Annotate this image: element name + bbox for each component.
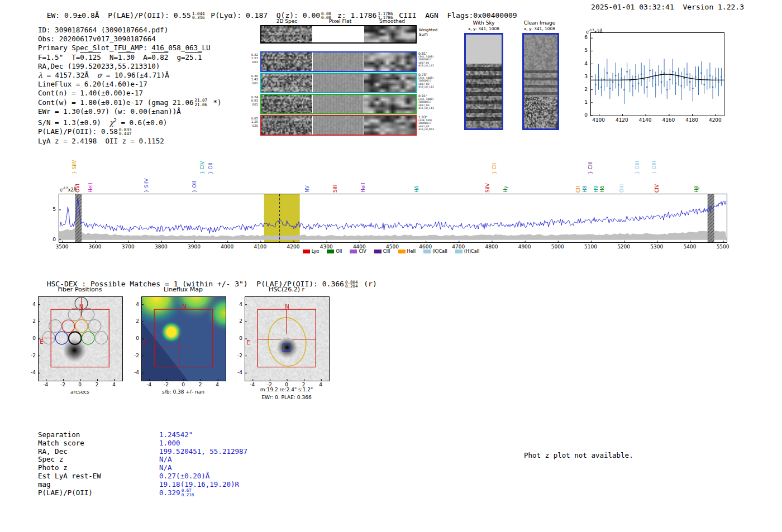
info-redshifts: LyA z = 2.4198 OII z = 0.1152 <box>38 137 222 146</box>
match-table: Separation1.24542" Match score1.000 RA, … <box>38 430 247 496</box>
match-plae-range: 0.670.218 <box>182 488 194 496</box>
match-value: 0.329 <box>159 488 180 497</box>
cutout-x-tick: 0 <box>78 382 82 387</box>
hsc-plae-range: 0.8040.204 <box>345 280 358 288</box>
match-label: Photo z <box>38 463 159 472</box>
zoom-y-tick: 0 <box>579 112 588 118</box>
emission-line-label: NV <box>304 185 310 193</box>
twod-fiber-row <box>260 51 417 72</box>
match-label: Match score <box>38 439 159 447</box>
zoom-y-tick: 4 <box>579 61 588 66</box>
info-sn: S/N = 1.3(±0.9) χ2 = 0.6(±0.0) <box>38 116 222 127</box>
match-value: 199.520451, 55.212987 <box>159 447 247 456</box>
fiber-positions-canvas <box>39 297 122 381</box>
frac-bottom: 0.218 <box>182 493 194 497</box>
weighted-sum-label: Weighted Sum <box>419 28 437 37</box>
legend-swatch <box>423 250 431 253</box>
noise-label: N= <box>101 53 118 61</box>
cont-w-suffix: *) <box>209 98 222 107</box>
match-label: mag <box>38 480 159 488</box>
lambda-value: = 4157.32Å <box>42 71 97 79</box>
legend-label: Lyα <box>312 249 320 254</box>
info-seeing: F=1.5" T=0.125 N=1.30 A=0.82 g=25.1 <box>38 53 222 62</box>
sigma-value: = 10.96(±4.71)Å <box>102 71 169 79</box>
cutout-x-tick: -4 <box>250 382 255 387</box>
cutout-x-tick: -4 <box>146 382 151 387</box>
cutout-y-tick: 4 <box>231 301 242 307</box>
gmag-value: 25.1 <box>185 53 202 61</box>
clean-image-title: Clean Image <box>518 20 561 26</box>
twod-col-title-spec: 2D Spec <box>260 18 313 24</box>
spectrum-ylabel: e-17x2Å <box>60 186 77 193</box>
clean-image-coords: x, y: 341, 1008 <box>518 26 561 31</box>
match-row-plae: P(LAE)/P(OII)0.3290.670.218 <box>38 488 247 497</box>
legend-swatch <box>398 250 406 253</box>
emission-line-label: } OII <box>192 181 197 193</box>
frac-bottom: 0.316 <box>192 16 205 20</box>
header-summary: EW: 0.9±0.8Å P(LAE)/P(OII): 0.551.0440.3… <box>38 3 517 20</box>
legend-label: CIV <box>359 249 366 254</box>
twod-summary-row <box>260 25 417 44</box>
legend-label: OII <box>336 249 342 254</box>
emission-line-label: HeII <box>88 183 93 193</box>
cutout-y-tick: 4 <box>128 301 139 307</box>
twod-left-value: 001 <box>249 82 258 85</box>
zoom-x-tick: 4160 <box>662 117 675 123</box>
twod-col-title-smoothed: Smoothed <box>366 18 418 24</box>
cutout-x-tick: -2 <box>164 382 169 387</box>
match-row-radec: RA, Dec199.520451, 55.212987 <box>38 447 247 456</box>
pixel-flat-image <box>313 116 364 135</box>
twod-left-value: 020 <box>249 124 258 127</box>
info-plae: P(LAE)/P(OII): 0.580.8330.447 <box>38 127 222 136</box>
twod-row-right-label: 1.83"(338, 939)20200617v017_02416_LU_093 <box>418 116 434 131</box>
spectrum-x-tick: 3600 <box>89 244 102 250</box>
header-ew: EW: 0.9±0.8Å <box>47 11 108 20</box>
match-label: Spec z <box>38 455 159 463</box>
match-label: RA, Dec <box>38 447 159 456</box>
spectrum-y-tick: 5 <box>47 207 56 212</box>
twod-spec-image <box>261 74 312 92</box>
spectrum-x-tick: 5300 <box>650 244 663 250</box>
cutout-y-tick: -2 <box>25 353 36 358</box>
with-sky-image <box>464 33 503 130</box>
match-value: N/A <box>159 463 172 472</box>
lambda-symbol: λ <box>38 71 42 79</box>
emission-line-label: OVI <box>75 184 80 193</box>
emission-line-label: } SiIV <box>71 160 77 174</box>
match-row-score: Match score1.000 <box>38 439 247 447</box>
emission-line-label: } OII <box>208 162 213 174</box>
gmag-label: g= <box>168 53 185 61</box>
plae-range: 0.8330.447 <box>119 128 132 136</box>
lineflux-map-title: Lineflux Map <box>141 286 225 293</box>
cutout-x-tick: 2 <box>96 382 99 387</box>
info-id: ID: 3090187664 (3090187664.pdf) <box>38 26 222 35</box>
lineflux-map-canvas <box>142 297 226 381</box>
cutout-y-tick: -4 <box>25 370 36 375</box>
emission-line-label: } CIII <box>588 161 593 174</box>
cont-w-range: 21.0721.06 <box>194 98 207 106</box>
cutout-x-tick: 4 <box>112 382 116 387</box>
cutout-x-tick: -2 <box>60 382 65 387</box>
weighted-line2: Sum <box>419 32 437 37</box>
legend-item: (K)CaII <box>423 249 447 254</box>
twod-row-left-label: 0.301.42001 <box>249 74 258 85</box>
hsc-cutout-title: HSC(26.2) r <box>245 286 328 293</box>
spectrum-x-tick: 4800 <box>485 244 498 250</box>
smoothed-summary-image <box>364 26 416 42</box>
spectrum-x-tick: 5200 <box>617 244 630 250</box>
smoothed-image <box>364 74 416 92</box>
emission-line-label: } OIII <box>635 161 640 174</box>
zoom-x-tick: 4200 <box>709 117 722 123</box>
cutout-x-tick: 2 <box>199 382 202 387</box>
chi-value: = 0.6(±0.0) <box>117 118 167 127</box>
spectrum-x-tick: 4000 <box>221 244 233 250</box>
legend-item: Lyα <box>303 249 320 254</box>
match-row-restew: Est LyA rest-EW0.27(±0.20)Å <box>38 472 247 480</box>
hsc-cutout-panel <box>245 296 330 381</box>
hsc-dex-suffix: (r) <box>359 280 376 288</box>
spectrum-x-tick: 4900 <box>518 244 531 250</box>
seeing-fwhm: F=1.5" <box>38 53 63 61</box>
match-label: P(LAE)/P(OII) <box>38 488 159 497</box>
clean-image-canvas <box>524 35 557 128</box>
legend-label: (K)CaII <box>432 249 447 254</box>
